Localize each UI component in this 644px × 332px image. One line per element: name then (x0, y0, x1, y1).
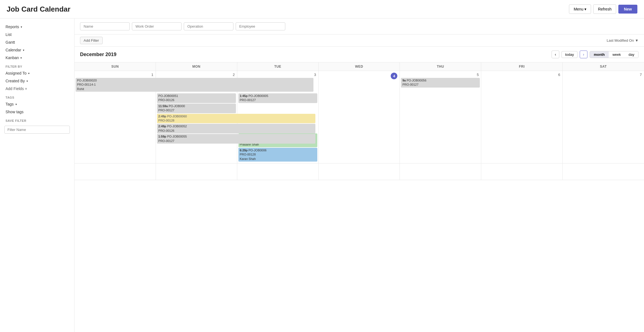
calendar-event[interactable]: 2:49p PO-JOB00060 PRO-00128 (157, 114, 315, 123)
day-header-tue: TUE (237, 62, 319, 71)
tags-filter[interactable]: Tags ▾ (0, 100, 74, 108)
tags-section-label: TAGS (0, 93, 74, 100)
day-cell-empty[interactable] (237, 164, 319, 180)
day-header-sun: SUN (74, 62, 156, 71)
sidebar-item-calendar[interactable]: Calendar ▾ (0, 46, 74, 54)
main-content: Add Filter Last Modified On ▼ December 2… (74, 19, 644, 332)
chevron-down-icon: ▾ (26, 80, 28, 83)
sidebar-item-reports[interactable]: Reports ▾ (0, 23, 74, 31)
refresh-button[interactable]: Refresh (593, 4, 616, 14)
new-button[interactable]: New (618, 5, 637, 14)
day-cell-empty[interactable] (563, 164, 644, 180)
day-header-sat: SAT (563, 62, 644, 71)
calendar-header: December 2019 ‹ today › month week day (74, 47, 644, 62)
view-tabs: month week day (590, 51, 638, 58)
today-badge: 4 (391, 73, 397, 79)
day-cell-empty[interactable] (319, 164, 400, 180)
day-cell-empty[interactable] (400, 164, 481, 180)
sidebar: Reports ▾ List Gantt Calendar ▾ Kanban ▾… (0, 19, 74, 332)
sidebar-item-label: Kanban (6, 56, 19, 60)
calendar-navigation: ‹ today › month week day (552, 51, 638, 58)
add-fields-button[interactable]: Add Fields + (0, 85, 74, 93)
chevron-down-icon: ▾ (28, 72, 30, 75)
page-header: Job Card Calendar Menu ▾ Refresh New (0, 0, 644, 19)
main-layout: Reports ▾ List Gantt Calendar ▾ Kanban ▾… (0, 19, 644, 332)
day-number: 6 (482, 72, 561, 77)
day-header-fri: FRI (481, 62, 563, 71)
page-title: Job Card Calendar (7, 5, 70, 14)
sort-button[interactable]: Last Modified On ▼ (607, 38, 638, 43)
day-header-wed: WED (319, 62, 400, 71)
sidebar-item-label: List (6, 32, 12, 37)
calendar-event[interactable]: 2:49p PO-JOB00052 PRO-00126 (157, 124, 315, 133)
sidebar-item-gantt[interactable]: Gantt (0, 38, 74, 46)
tab-month[interactable]: month (590, 51, 609, 58)
day-header-mon: MON (156, 62, 237, 71)
day-cell-empty[interactable] (74, 164, 156, 180)
day-number: 7 (564, 72, 643, 77)
day-cell-dec6[interactable]: 6 (481, 71, 563, 164)
plus-icon: + (25, 86, 27, 91)
show-tags-button[interactable]: Show tags (0, 108, 74, 116)
calendar-month-title: December 2019 (80, 52, 116, 57)
day-headers-row: SUN MON TUE WED THU FRI SAT (74, 62, 644, 71)
employee-filter-input[interactable] (236, 22, 285, 30)
sidebar-item-list[interactable]: List (0, 31, 74, 38)
day-number: 4 (320, 72, 399, 80)
filter-by-label: FILTER BY (0, 62, 74, 69)
sidebar-item-kanban[interactable]: Kanban ▾ (0, 54, 74, 62)
next-month-button[interactable]: › (580, 51, 587, 58)
chevron-down-icon: ▾ (20, 56, 22, 59)
header-actions: Menu ▾ Refresh New (569, 4, 637, 14)
save-filter-label: SAVE FILTER (0, 116, 74, 123)
calendar-event[interactable]: 1:59p PO-JOB00055 PRO-00127 (157, 134, 315, 144)
chevron-down-icon: ▾ (21, 25, 22, 28)
add-filter-button[interactable]: Add Filter (80, 37, 103, 44)
calendar-event[interactable]: 9a PO-JOB00056 PRO-00127 (401, 78, 480, 88)
chevron-down-icon: ▾ (15, 103, 17, 106)
day-cell-empty[interactable] (481, 164, 563, 180)
today-button[interactable]: today (561, 51, 578, 58)
sidebar-item-label: Calendar (6, 48, 21, 52)
calendar-event[interactable]: 6:29p PO-JOB0006 PRO-00128 Karan Shah (238, 148, 317, 162)
day-cell-dec5[interactable]: 5 9a PO-JOB00056 PRO-00127 (400, 71, 481, 164)
sidebar-item-label: Reports (6, 25, 19, 29)
prev-month-button[interactable]: ‹ (552, 51, 559, 58)
tab-day[interactable]: day (625, 51, 638, 58)
calendar-grid: SUN MON TUE WED THU FRI SAT 1 PO-JOB0002… (74, 62, 644, 180)
name-filter-input[interactable] (80, 22, 130, 30)
work-order-filter-input[interactable] (132, 22, 182, 30)
calendar-event[interactable]: PO-JOB00051 PRO-00126 (157, 93, 236, 103)
filter-action-bar: Add Filter Last Modified On ▼ (74, 35, 644, 47)
day-number: 5 (401, 72, 480, 77)
created-by-filter[interactable]: Created By ▾ (0, 77, 74, 85)
tab-week[interactable]: week (609, 51, 625, 58)
filter-name-input[interactable] (4, 126, 70, 134)
day-number: 3 (238, 72, 317, 77)
day-number: 1 (76, 72, 155, 77)
calendar-event[interactable]: PO-JOB00020 PRO-00114-1 Rohit (76, 78, 313, 92)
calendar-event[interactable]: 1:45p PO-JOB00005 PRO-00127 (238, 93, 317, 103)
day-header-thu: THU (400, 62, 481, 71)
day-number: 2 (157, 72, 236, 77)
operation-filter-input[interactable] (184, 22, 233, 30)
calendar-week-row-2 (74, 164, 644, 180)
sidebar-item-label: Gantt (6, 40, 15, 44)
day-cell-dec4-today[interactable]: 4 (319, 71, 400, 164)
filter-bar (74, 19, 644, 35)
chevron-down-icon: ▾ (584, 7, 586, 11)
chevron-down-icon: ▾ (23, 49, 24, 52)
day-cell-dec1[interactable]: 1 PO-JOB00020 PRO-00114-1 Rohit (74, 71, 156, 164)
calendar-event[interactable]: 11:59a PO-JOB000 PRO-00127 (157, 104, 236, 113)
assigned-to-filter[interactable]: Assigned To ▾ (0, 69, 74, 77)
menu-button[interactable]: Menu ▾ (569, 4, 591, 14)
day-cell-empty[interactable] (156, 164, 237, 180)
calendar-week-row: 1 PO-JOB00020 PRO-00114-1 Rohit 2 PO-JOB… (74, 71, 644, 164)
sort-down-icon: ▼ (635, 38, 638, 43)
day-cell-dec7[interactable]: 7 (563, 71, 644, 164)
